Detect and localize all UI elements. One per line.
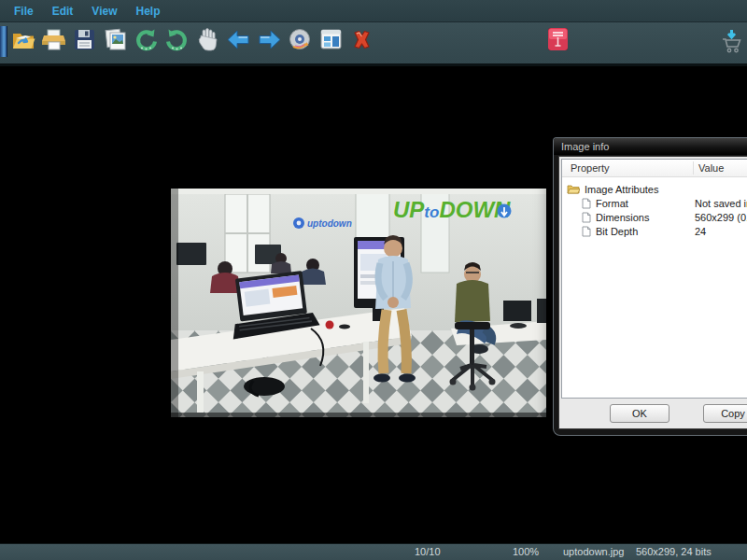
print-icon[interactable]	[41, 26, 66, 53]
undo-icon[interactable]	[134, 26, 159, 53]
status-image-details: 560x299, 24 bits	[636, 546, 712, 557]
column-divider	[693, 161, 694, 175]
file-icon	[582, 198, 591, 209]
column-value[interactable]: Value	[698, 162, 724, 174]
copy-button[interactable]: Copy	[703, 404, 747, 423]
image-info-table: Property Value Image Attributes	[561, 159, 747, 399]
dialog-body: Property Value Image Attributes	[558, 156, 747, 429]
dialog-title[interactable]: Image info	[554, 138, 747, 155]
small-wall-logo: uptodown	[293, 217, 352, 229]
row-property: Bit Depth	[596, 226, 638, 237]
office-photo-illustration: uptodown UPtoDOWN	[171, 189, 546, 417]
status-image-position: 10/10	[415, 546, 441, 557]
status-filename: uptodown.jpg	[563, 546, 624, 557]
promo-badge-icon[interactable]	[545, 25, 571, 52]
row-property: Format	[596, 198, 628, 209]
table-row[interactable]: Image Attributes	[562, 182, 747, 196]
menu-edit[interactable]: Edit	[52, 5, 74, 18]
cart-download-icon[interactable]	[719, 28, 744, 55]
ok-button[interactable]: OK	[610, 404, 669, 423]
row-property: Image Attributes	[585, 184, 659, 195]
image-info-dialog: Image info Property Value Image Attribut…	[553, 137, 747, 436]
folder-icon	[567, 184, 580, 194]
browse-thumbnails-icon[interactable]	[318, 26, 344, 53]
toolbar	[0, 22, 747, 66]
row-property: Dimensions	[596, 212, 649, 223]
menu-bar: File Edit View Help	[0, 0, 747, 22]
toolbar-grip	[0, 26, 7, 57]
row-value: Not saved image	[695, 198, 747, 209]
delete-icon[interactable]	[349, 26, 374, 53]
table-row[interactable]: Bit Depth 24	[562, 224, 747, 238]
file-icon	[582, 226, 591, 237]
copy-image-icon[interactable]	[103, 26, 128, 53]
dialog-buttons: OK Copy	[559, 399, 747, 428]
menu-view[interactable]: View	[92, 5, 117, 18]
save-icon[interactable]	[72, 26, 97, 53]
redo-icon[interactable]	[164, 26, 190, 53]
previous-image-icon[interactable]	[226, 26, 251, 53]
table-header: Property Value	[562, 160, 747, 177]
next-image-icon[interactable]	[257, 26, 282, 53]
office-photo: uptodown UPtoDOWN	[171, 189, 546, 417]
status-bar: 10/10 100% uptodown.jpg 560x299, 24 bits	[0, 543, 747, 560]
row-value: 24	[695, 226, 706, 237]
row-value: 560x299 (0.2 MPix)	[695, 212, 747, 223]
disc-icon[interactable]	[288, 26, 313, 53]
file-icon	[582, 212, 591, 223]
menu-help[interactable]: Help	[135, 5, 160, 18]
hand-tool-icon[interactable]	[195, 26, 220, 53]
column-property[interactable]: Property	[571, 162, 610, 174]
open-folder-icon[interactable]	[10, 26, 35, 53]
toolbar-icons	[10, 26, 374, 53]
uptodown-wall-logo: UPtoDOWN	[393, 197, 511, 222]
table-row[interactable]: Dimensions 560x299 (0.2 MPix)	[562, 210, 747, 224]
status-zoom-level: 100%	[513, 546, 539, 557]
svg-text:uptodown: uptodown	[307, 218, 352, 229]
table-row[interactable]: Format Not saved image	[562, 196, 747, 210]
image-viewer-window: File Edit View Help	[0, 0, 747, 560]
menu-file[interactable]: File	[14, 5, 34, 18]
